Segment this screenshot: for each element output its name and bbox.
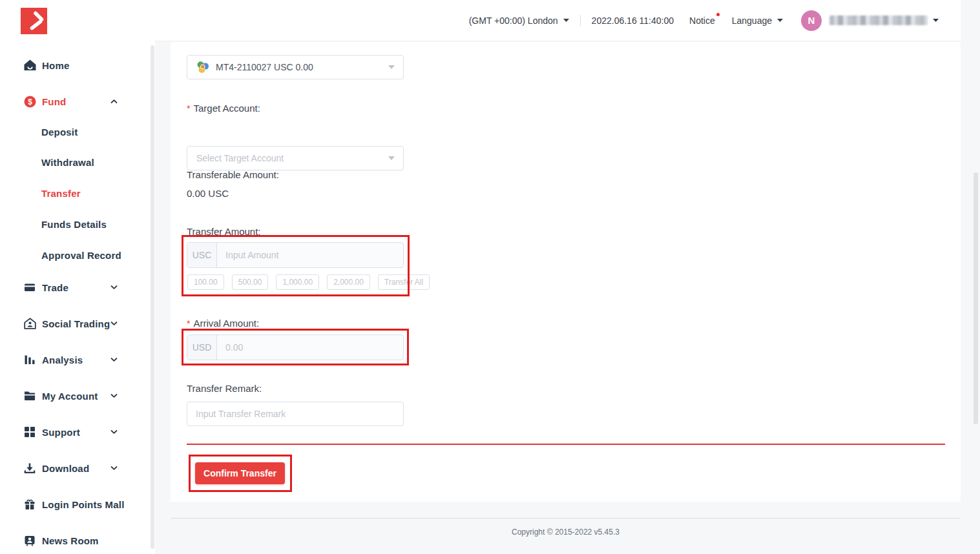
- card-icon: [23, 281, 36, 294]
- download-icon: [23, 462, 36, 475]
- confirm-transfer-button[interactable]: Confirm Transfer: [195, 462, 285, 484]
- sidebar-item-label: News Room: [42, 535, 99, 546]
- arrival-amount-input[interactable]: [217, 335, 403, 360]
- transferable-amount-value: 0.00 USC: [187, 188, 229, 199]
- timezone-label: (GMT +00:00) London: [469, 15, 558, 26]
- sidebar: Home $ Fund Deposit Withdrawal Transfer …: [0, 0, 155, 554]
- sidebar-item-download[interactable]: Download: [0, 460, 146, 476]
- target-account-select[interactable]: Select Target Account: [187, 146, 404, 170]
- username-redacted: [829, 15, 928, 25]
- sidebar-item-label: Deposit: [41, 127, 78, 138]
- grid-icon: [23, 426, 36, 438]
- sidebar-item-label: Funds Details: [41, 219, 107, 230]
- caret-down-icon: [933, 19, 939, 22]
- sidebar-scrollbar[interactable]: [151, 45, 154, 549]
- source-account-select[interactable]: MT4-2110027 USC 0.00: [187, 55, 404, 79]
- notice-link[interactable]: Notice: [689, 15, 715, 26]
- sidebar-item-analysis[interactable]: Analysis: [0, 352, 146, 367]
- notice-label: Notice: [689, 15, 715, 26]
- required-marker: *: [187, 103, 190, 114]
- timezone-select[interactable]: (GMT +00:00) London: [469, 15, 569, 26]
- copyright-text: Copyright © 2015-2022 v5.45.3: [512, 528, 620, 537]
- top-bar: (GMT +00:00) London 2022.06.16 11:40:00 …: [155, 0, 961, 41]
- sidebar-item-label: Trade: [42, 282, 68, 293]
- folder-icon: [23, 389, 36, 402]
- sidebar-item-funds-details[interactable]: Funds Details: [0, 216, 146, 232]
- house-person-icon: [23, 317, 36, 330]
- sidebar-item-withdrawal[interactable]: Withdrawal: [0, 154, 146, 170]
- chevron-down-icon: [110, 394, 118, 398]
- quick-amount-button[interactable]: 1,000.00: [276, 274, 319, 290]
- sidebar-item-news-room[interactable]: News Room: [0, 533, 146, 548]
- sidebar-item-transfer[interactable]: Transfer: [0, 185, 146, 201]
- transfer-remark-input[interactable]: [187, 402, 404, 426]
- sidebar-item-label: Transfer: [41, 188, 81, 199]
- arrival-amount-input-group: USD: [187, 334, 404, 360]
- sidebar-item-approval-record[interactable]: Approval Record: [0, 247, 146, 263]
- chevron-down-icon: [110, 466, 118, 471]
- transfer-amount-label: Transfer Amount:: [187, 226, 261, 237]
- transfer-form-panel: MT4-2110027 USC 0.00 *Target Account: Se…: [171, 42, 961, 502]
- quick-amount-row: 100.00 500.00 1,000.00 2,000.00 Transfer…: [187, 274, 437, 290]
- chevron-down-icon: [110, 322, 118, 326]
- sidebar-item-social-trading[interactable]: Social Trading: [0, 316, 146, 331]
- chevron-down-icon: [110, 358, 118, 362]
- mt4-logo-icon: [196, 61, 209, 74]
- sidebar-item-fund[interactable]: $ Fund: [0, 94, 146, 109]
- quick-amount-button[interactable]: 100.00: [187, 274, 224, 290]
- person-badge-icon: [23, 534, 36, 547]
- transfer-amount-input[interactable]: [217, 243, 403, 267]
- required-marker: *: [187, 318, 190, 329]
- sidebar-item-label: Fund: [42, 96, 66, 107]
- source-account-value: MT4-2110027 USC 0.00: [216, 62, 313, 72]
- sidebar-item-my-account[interactable]: My Account: [0, 388, 146, 404]
- target-account-label: *Target Account:: [187, 103, 260, 114]
- language-select[interactable]: Language: [732, 15, 783, 26]
- sidebar-item-label: My Account: [42, 391, 98, 402]
- bar-chart-icon: [23, 353, 36, 366]
- transferable-amount-label: Transferable Amount:: [187, 169, 279, 180]
- transfer-amount-input-group: USC: [187, 242, 404, 268]
- red-divider: [187, 444, 945, 445]
- home-icon: [23, 59, 36, 72]
- transfer-all-button[interactable]: Transfer All: [378, 274, 430, 290]
- target-account-placeholder: Select Target Account: [196, 153, 284, 163]
- notice-badge-dot: [716, 13, 720, 16]
- datetime-display: 2022.06.16 11:40:00: [592, 15, 674, 26]
- arrival-amount-label: *Arrival Amount:: [187, 318, 259, 329]
- sidebar-item-label: Social Trading: [42, 318, 110, 329]
- caret-down-icon: [563, 19, 569, 22]
- arrival-currency-prefix: USD: [187, 335, 217, 360]
- language-label: Language: [732, 15, 772, 26]
- chevron-down-icon: [110, 430, 118, 435]
- transfer-currency-prefix: USC: [187, 243, 217, 267]
- avatar: N: [801, 10, 822, 31]
- quick-amount-button[interactable]: 500.00: [232, 274, 269, 290]
- chevron-down-icon: [110, 285, 118, 290]
- sidebar-item-trade[interactable]: Trade: [0, 280, 146, 295]
- sidebar-item-label: Login Points Mall: [42, 499, 125, 510]
- sidebar-item-label: Home: [42, 60, 69, 71]
- sidebar-item-deposit[interactable]: Deposit: [0, 124, 146, 139]
- sidebar-item-home[interactable]: Home: [0, 57, 146, 73]
- quick-amount-button[interactable]: 2,000.00: [327, 274, 370, 290]
- caret-down-icon: [388, 156, 395, 160]
- sidebar-item-label: Support: [42, 427, 80, 438]
- user-menu[interactable]: N: [801, 10, 939, 31]
- svg-text:$: $: [28, 97, 32, 106]
- caret-down-icon: [388, 65, 395, 69]
- gift-icon: [23, 498, 36, 511]
- dollar-circle-icon: $: [23, 95, 36, 108]
- topbar-divider: [580, 15, 581, 26]
- chevron-up-icon: [110, 99, 118, 104]
- sidebar-item-label: Approval Record: [41, 250, 121, 261]
- sidebar-item-label: Analysis: [42, 354, 83, 365]
- sidebar-item-label: Withdrawal: [41, 157, 94, 168]
- footer: Copyright © 2015-2022 v5.45.3: [171, 518, 961, 554]
- transfer-remark-label: Transfer Remark:: [187, 383, 262, 394]
- page-scrollbar[interactable]: [974, 172, 978, 424]
- sidebar-item-login-points-mall[interactable]: Login Points Mall: [0, 497, 146, 512]
- brand-logo-icon[interactable]: [21, 8, 47, 37]
- sidebar-item-support[interactable]: Support: [0, 424, 146, 440]
- caret-down-icon: [777, 19, 783, 22]
